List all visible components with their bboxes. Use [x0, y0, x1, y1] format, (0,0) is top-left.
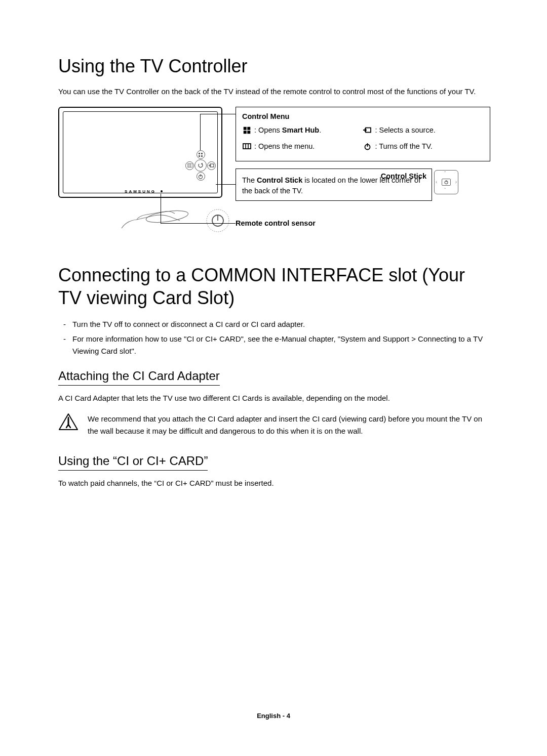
- remote-sensor-label: Remote control sensor: [236, 219, 316, 227]
- menu-item-smarthub: : Opens Smart Hub.: [242, 125, 363, 135]
- leader-line: [200, 114, 236, 114]
- remote-hand-illustration: [119, 205, 230, 236]
- ir-sensor-dot: [161, 190, 163, 192]
- menu-icon: [242, 142, 251, 151]
- menu-item-power: : Turns off the TV.: [363, 142, 484, 151]
- menu-item-menu: : Opens the menu.: [242, 142, 363, 151]
- svg-rect-14: [243, 127, 246, 130]
- control-menu-title: Control Menu: [242, 112, 484, 120]
- svg-point-27: [68, 417, 69, 418]
- tv-frame: SAMSUNG: [58, 107, 222, 198]
- list-item: For more information how to use "CI or C…: [63, 333, 491, 357]
- menu-icon: [185, 161, 194, 170]
- heading-tv-controller: Using the TV Controller: [58, 56, 491, 77]
- control-menu-callout: Control Menu : Opens Smart Hub. : Select…: [236, 107, 490, 161]
- leader-line: [216, 184, 236, 185]
- power-icon: [197, 172, 205, 181]
- menu-item-source: : Selects a source.: [363, 125, 484, 135]
- svg-rect-17: [247, 131, 250, 134]
- source-icon: [207, 161, 216, 170]
- control-stick-figure: ˆˇ‹›: [434, 170, 458, 194]
- caution-text: We recommend that you attach the CI Card…: [88, 413, 491, 437]
- caution-note: We recommend that you attach the CI Card…: [58, 413, 491, 437]
- smarthub-icon: [197, 150, 205, 159]
- leader-line: [161, 223, 236, 224]
- smarthub-icon: [242, 125, 251, 135]
- power-icon: [363, 142, 372, 151]
- leader-line: [200, 114, 201, 150]
- svg-rect-3: [201, 155, 203, 157]
- ci-bullet-list: Turn the TV off to connect or disconnect…: [63, 318, 491, 357]
- subheading-ci-card: Using the “CI or CI+ CARD”: [58, 454, 208, 471]
- svg-rect-15: [247, 127, 250, 130]
- subheading-ci-adapter: Attaching the CI Card Adapter: [58, 369, 220, 386]
- control-stick-title: Control Stick: [381, 172, 426, 180]
- intro-text: You can use the TV Controller on the bac…: [58, 86, 491, 97]
- tv-controller-diagram: SAMSUNG: [58, 107, 491, 238]
- caution-icon: [58, 413, 79, 433]
- ci-card-para: To watch paid channels, the “CI or CI+ C…: [58, 478, 491, 489]
- leader-line: [161, 194, 161, 223]
- control-menu-cluster: [186, 151, 215, 180]
- svg-rect-19: [243, 144, 251, 149]
- svg-rect-4: [187, 163, 192, 167]
- svg-rect-16: [243, 131, 246, 134]
- list-item: Turn the TV off to connect or disconnect…: [63, 318, 491, 330]
- power-icon: [442, 179, 451, 186]
- page-footer: English - 4: [0, 712, 547, 720]
- svg-rect-1: [201, 153, 203, 154]
- ci-adapter-para: A CI Card Adapter that lets the TV use t…: [58, 393, 491, 404]
- source-icon: [363, 125, 372, 135]
- return-icon: [194, 159, 207, 172]
- control-stick-callout: Control Stick The Control Stick is locat…: [236, 169, 432, 201]
- tv-brand-label: SAMSUNG: [59, 189, 221, 194]
- svg-rect-2: [199, 155, 200, 157]
- svg-rect-0: [199, 153, 200, 154]
- heading-common-interface: Connecting to a COMMON INTERFACE slot (Y…: [58, 264, 491, 309]
